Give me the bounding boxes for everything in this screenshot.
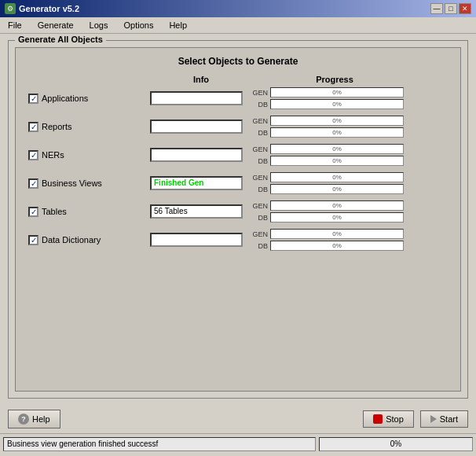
status-bar: Business view generation finished succes… <box>0 433 476 454</box>
info-field-2 <box>150 148 243 162</box>
gen-progress-row-2: GEN0% <box>249 144 404 154</box>
db-progress-row-3: DB0% <box>249 184 404 194</box>
info-field-3: Finished Gen <box>150 176 243 190</box>
gen-label-0: GEN <box>249 89 268 97</box>
gen-label-1: GEN <box>249 117 268 125</box>
group-box-title: Generate All Objects <box>15 35 106 44</box>
table-row: ✓NERsGEN0%DB0% <box>28 144 448 166</box>
menu-item-help[interactable]: Help <box>164 19 192 31</box>
gen-progress-row-1: GEN0% <box>249 116 404 126</box>
db-bar-0: 0% <box>270 99 404 109</box>
gen-bar-2: 0% <box>270 144 404 154</box>
row-label-4: Tables <box>42 207 67 216</box>
db-label-5: DB <box>249 242 268 250</box>
gen-bar-5: 0% <box>270 229 404 239</box>
stop-icon <box>373 414 383 424</box>
rows-container: ✓ApplicationsGEN0%DB0%✓ReportsGEN0%DB0%✓… <box>28 87 448 251</box>
row-label-2: NERs <box>42 150 64 160</box>
inner-panel: Select Objects to Generate Info Progress… <box>15 47 461 392</box>
start-label: Start <box>440 414 458 424</box>
table-row: ✓Business ViewsFinished GenGEN0%DB0% <box>28 172 448 194</box>
gen-progress-row-0: GEN0% <box>249 87 404 97</box>
row-label-3: Business Views <box>42 178 102 188</box>
db-label-3: DB <box>249 186 268 193</box>
db-bar-4: 0% <box>270 212 404 222</box>
help-label: Help <box>32 414 50 424</box>
checkbox-label-3[interactable]: ✓Business Views <box>28 178 150 189</box>
checkbox-4[interactable]: ✓ <box>28 207 38 217</box>
checkbox-1[interactable]: ✓ <box>28 122 38 132</box>
db-bar-1: 0% <box>270 127 404 138</box>
db-progress-row-2: DB0% <box>249 156 404 166</box>
progress-section-3: GEN0%DB0% <box>249 172 404 194</box>
menu-bar: FileGenerateLogsOptionsHelp <box>0 17 476 34</box>
info-header: Info <box>154 75 248 84</box>
table-row: ✓ReportsGEN0%DB0% <box>28 116 448 138</box>
gen-progress-row-3: GEN0% <box>249 172 404 182</box>
menu-item-file[interactable]: File <box>3 19 27 31</box>
checkbox-label-1[interactable]: ✓Reports <box>28 122 150 132</box>
gen-progress-row-4: GEN0% <box>249 200 404 211</box>
menu-item-options[interactable]: Options <box>119 19 158 31</box>
gen-label-4: GEN <box>249 202 268 210</box>
progress-section-2: GEN0%DB0% <box>249 144 404 166</box>
gen-bar-3: 0% <box>270 172 404 182</box>
stop-button[interactable]: Stop <box>363 410 414 428</box>
info-field-1 <box>150 120 243 134</box>
db-progress-row-1: DB0% <box>249 127 404 138</box>
generate-all-objects-group: Generate All Objects Select Objects to G… <box>8 40 468 399</box>
progress-section-4: GEN0%DB0% <box>249 200 404 222</box>
db-label-2: DB <box>249 157 268 165</box>
checkbox-label-5[interactable]: ✓Data Dictionary <box>28 235 150 245</box>
status-message: Business view generation finished succes… <box>3 437 316 451</box>
minimize-button[interactable]: — <box>430 3 443 14</box>
stop-label: Stop <box>386 414 404 424</box>
main-content: Generate All Objects Select Objects to G… <box>0 34 476 405</box>
db-progress-row-4: DB0% <box>249 212 404 222</box>
checkbox-5[interactable]: ✓ <box>28 235 38 245</box>
row-label-5: Data Dictionary <box>42 235 101 245</box>
checkbox-label-4[interactable]: ✓Tables <box>28 207 150 217</box>
row-label-1: Reports <box>42 122 72 131</box>
row-label-0: Applications <box>42 94 88 103</box>
bottom-bar: ? Help Stop Start <box>0 405 476 433</box>
window-title: Generator v5.2 <box>19 4 79 13</box>
checkbox-label-0[interactable]: ✓Applications <box>28 94 150 104</box>
gen-label-5: GEN <box>249 230 268 238</box>
checkbox-0[interactable]: ✓ <box>28 94 38 104</box>
maximize-button[interactable]: □ <box>445 3 457 14</box>
db-bar-2: 0% <box>270 156 404 166</box>
close-button[interactable]: ✕ <box>459 3 471 14</box>
gen-progress-row-5: GEN0% <box>249 229 404 239</box>
gen-bar-4: 0% <box>270 200 404 211</box>
status-progress: 0% <box>319 437 473 451</box>
progress-section-1: GEN0%DB0% <box>249 116 404 138</box>
db-bar-5: 0% <box>270 241 404 251</box>
db-progress-row-5: DB0% <box>249 241 404 251</box>
db-label-1: DB <box>249 129 268 137</box>
column-headers: Info Progress <box>154 75 448 84</box>
progress-section-0: GEN0%DB0% <box>249 87 404 109</box>
progress-header: Progress <box>248 75 421 84</box>
start-button[interactable]: Start <box>420 410 468 428</box>
checkbox-3[interactable]: ✓ <box>28 178 38 189</box>
info-field-4: 56 Tables <box>150 204 243 219</box>
info-field-5 <box>150 233 243 247</box>
title-bar: ⚙ Generator v5.2 — □ ✕ <box>0 0 476 17</box>
table-row: ✓ApplicationsGEN0%DB0% <box>28 87 448 109</box>
start-icon <box>430 415 437 423</box>
gen-bar-1: 0% <box>270 116 404 126</box>
db-label-4: DB <box>249 214 268 222</box>
table-row: ✓Tables56 TablesGEN0%DB0% <box>28 200 448 222</box>
help-button[interactable]: ? Help <box>8 410 60 428</box>
gen-bar-0: 0% <box>270 87 404 97</box>
checkbox-2[interactable]: ✓ <box>28 150 38 160</box>
help-icon: ? <box>18 414 29 425</box>
checkbox-label-2[interactable]: ✓NERs <box>28 150 150 160</box>
progress-section-5: GEN0%DB0% <box>249 229 404 251</box>
panel-title: Select Objects to Generate <box>28 56 448 67</box>
db-bar-3: 0% <box>270 184 404 194</box>
menu-item-generate[interactable]: Generate <box>33 19 79 31</box>
menu-item-logs[interactable]: Logs <box>85 19 113 31</box>
db-label-0: DB <box>249 101 268 108</box>
